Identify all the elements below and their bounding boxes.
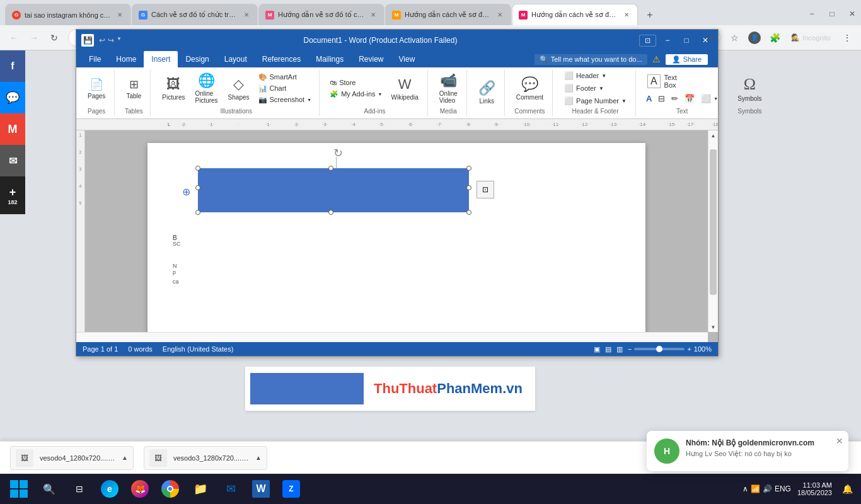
- tab-home[interactable]: Home: [108, 51, 144, 67]
- zoom-slider-thumb[interactable]: [656, 346, 662, 352]
- online-video-button[interactable]: 📹 OnlineVideo: [436, 71, 461, 105]
- taskbar-mail[interactable]: ✉: [217, 475, 245, 503]
- lang-indicator[interactable]: ENG: [775, 484, 791, 493]
- restore-window-button[interactable]: ⊡: [639, 35, 656, 47]
- download-expand-2[interactable]: ▲: [255, 454, 262, 461]
- date-button[interactable]: 📅: [682, 93, 697, 105]
- handle-bm[interactable]: [328, 210, 333, 215]
- refresh-button[interactable]: ↻: [45, 29, 63, 47]
- online-pictures-button[interactable]: 🌐 OnlinePictures: [191, 71, 221, 105]
- download-expand-1[interactable]: ▲: [122, 454, 128, 461]
- search-button[interactable]: 🔍: [35, 475, 63, 503]
- new-tab-button[interactable]: +: [641, 6, 659, 24]
- links-button[interactable]: 🔗 Links: [475, 79, 499, 106]
- symbols-button[interactable]: Ω Symbols: [734, 74, 765, 103]
- smartart-button[interactable]: 🎨 SmartArt: [256, 72, 315, 83]
- vertical-scrollbar[interactable]: ▲ ▼: [708, 130, 718, 332]
- ribbon-collapse-button[interactable]: ▲: [707, 32, 714, 41]
- volume-icon[interactable]: 🔊: [763, 484, 772, 493]
- tab-view[interactable]: View: [391, 51, 423, 67]
- notification-button[interactable]: 🔔: [838, 480, 856, 498]
- browser-tab-3[interactable]: M Hướng dẫn vẽ sơ đồ tổ chức... ✕: [258, 4, 384, 25]
- taskbar-app-zalo[interactable]: Z: [277, 475, 305, 503]
- tab-design[interactable]: Design: [178, 51, 216, 67]
- browser-tab-2[interactable]: G Cách vẽ sơ đồ tổ chức trong ... ✕: [132, 4, 258, 25]
- download-item-2[interactable]: 🖼 vesodo3_1280x720....jpg ▲: [144, 446, 267, 470]
- menu-button[interactable]: ⋮: [838, 29, 856, 47]
- comment-button[interactable]: 💬 Comment: [512, 75, 547, 102]
- scroll-up-arrow[interactable]: ▲: [708, 130, 718, 140]
- layout-icon-inner[interactable]: ⊡: [477, 181, 494, 198]
- redo-button[interactable]: ↪: [108, 36, 114, 45]
- close-button[interactable]: ✕: [843, 5, 861, 23]
- facebook-button[interactable]: f: [0, 50, 25, 82]
- dropcap-button[interactable]: ⊟: [656, 93, 667, 105]
- table-button[interactable]: ⊞ Table: [122, 76, 145, 101]
- word-minimize-button[interactable]: −: [660, 33, 675, 48]
- plus-button[interactable]: + 182: [0, 176, 25, 214]
- tab4-close[interactable]: ✕: [495, 11, 504, 20]
- scroll-thumb[interactable]: [710, 149, 717, 294]
- tab5-close[interactable]: ✕: [622, 11, 631, 20]
- zoom-slider-track[interactable]: [634, 348, 685, 350]
- tab-review[interactable]: Review: [351, 51, 391, 67]
- handle-tr[interactable]: [466, 166, 471, 171]
- handle-bl[interactable]: [195, 210, 200, 215]
- zoom-minus-button[interactable]: −: [628, 345, 632, 353]
- scroll-down-arrow[interactable]: ▼: [708, 322, 718, 332]
- zoom-plus-button[interactable]: +: [687, 345, 691, 353]
- start-button[interactable]: [5, 475, 33, 503]
- tab1-close[interactable]: ✕: [115, 11, 124, 20]
- view-normal-icon[interactable]: ▣: [594, 345, 600, 353]
- wikipedia-button[interactable]: W Wikipedia: [387, 75, 422, 102]
- footer-button[interactable]: ⬜ Footer ▼: [560, 83, 630, 94]
- undo-button[interactable]: ↩: [99, 36, 105, 45]
- shapes-button[interactable]: ◇ Shapes: [224, 75, 253, 102]
- tab-layout[interactable]: Layout: [217, 51, 255, 67]
- view-web-icon[interactable]: ▥: [616, 345, 623, 353]
- tab-mailings[interactable]: Mailings: [308, 51, 351, 67]
- move-handle[interactable]: ⊕: [182, 186, 190, 198]
- word-maximize-button[interactable]: □: [679, 33, 694, 48]
- view-print-icon[interactable]: ▤: [605, 345, 611, 353]
- back-button[interactable]: ←: [5, 29, 23, 47]
- tab2-close[interactable]: ✕: [242, 11, 251, 20]
- word-save-icon[interactable]: 💾: [81, 34, 94, 47]
- screenshot-button[interactable]: 📷 Screenshot ▼: [256, 94, 315, 105]
- up-arrow-icon[interactable]: ∧: [743, 484, 748, 493]
- browser-tab-4[interactable]: M Hướng dẫn cách vẽ sơ đồ tổ... ✕: [385, 4, 511, 25]
- taskbar-firefox[interactable]: 🦊: [126, 475, 154, 503]
- header-button[interactable]: ⬜ Header ▼: [560, 70, 630, 81]
- pages-button[interactable]: 📄 Pages: [84, 76, 109, 101]
- network-icon[interactable]: 📶: [751, 484, 760, 493]
- handle-tm[interactable]: [328, 166, 333, 171]
- rotate-handle[interactable]: ↻: [333, 146, 343, 160]
- taskbar-files[interactable]: 📁: [187, 475, 214, 503]
- browser-tab-1[interactable]: G tai sao instagram không có f... ✕: [5, 4, 131, 25]
- browser-tab-5[interactable]: M Hướng dẫn cách vẽ sơ đồ cả... ✕: [512, 4, 638, 25]
- document-page[interactable]: ↻ ⊕: [147, 143, 645, 332]
- notif-close-button[interactable]: ✕: [836, 436, 843, 446]
- page-number-button[interactable]: ⬜ Page Number ▼: [560, 95, 630, 106]
- handle-tl[interactable]: [195, 166, 200, 171]
- extensions-button[interactable]: 🧩: [766, 29, 783, 47]
- share-button[interactable]: 👤 Share: [666, 54, 708, 65]
- tab-references[interactable]: References: [255, 51, 308, 67]
- email-button[interactable]: ✉: [0, 145, 25, 176]
- customize-button[interactable]: ▼: [117, 36, 122, 45]
- handle-mr[interactable]: [466, 185, 471, 190]
- chart-button[interactable]: 📊 Chart: [256, 83, 315, 94]
- handle-br[interactable]: [466, 210, 471, 215]
- taskbar-chrome[interactable]: [156, 475, 184, 503]
- tell-me-bar[interactable]: 🔍 Tell me what you want to do...: [535, 54, 647, 65]
- tab3-close[interactable]: ✕: [369, 11, 378, 20]
- handle-ml[interactable]: [195, 185, 200, 190]
- gmail-button[interactable]: M: [0, 113, 25, 145]
- forward-button[interactable]: →: [25, 29, 43, 47]
- maximize-button[interactable]: □: [823, 5, 841, 23]
- shape-layout-icon[interactable]: ⊡: [477, 181, 494, 198]
- my-addins-button[interactable]: 🧩 My Add-ins ▼: [327, 89, 384, 100]
- taskbar-word[interactable]: W: [247, 475, 275, 503]
- messenger-button[interactable]: 💬: [0, 82, 25, 113]
- tab-insert[interactable]: Insert: [144, 51, 178, 67]
